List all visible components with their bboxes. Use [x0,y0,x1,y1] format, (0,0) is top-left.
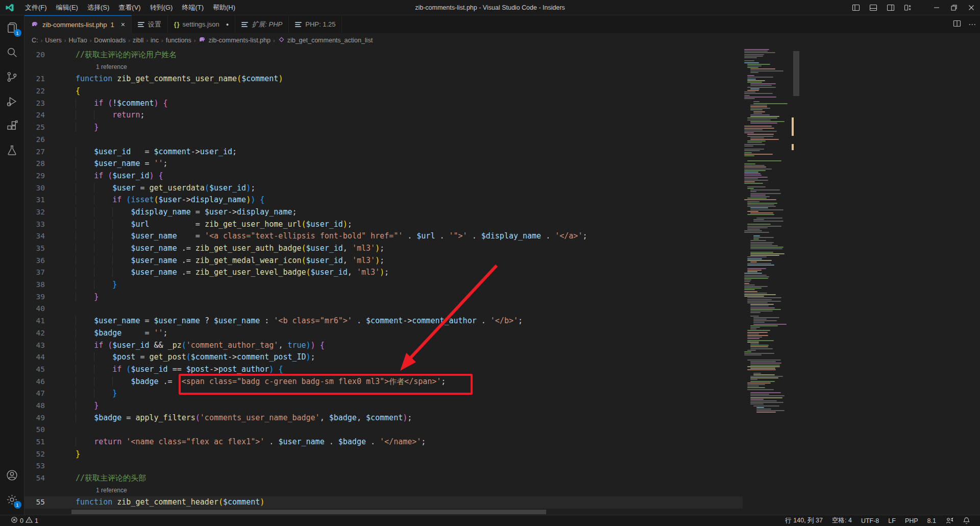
close-button[interactable] [963,0,980,15]
line-content[interactable]: function zib_get_comment_header($comment… [45,496,264,509]
horizontal-scrollbar[interactable] [71,510,546,514]
line-content[interactable]: $user = get_userdata($user_id); [45,182,255,195]
code-editor[interactable]: 20//获取主评论的评论用户姓名1 reference21function zi… [24,47,743,513]
breadcrumb-item-HuTao[interactable]: HuTao [69,37,87,44]
activity-testing-icon[interactable] [0,138,24,162]
minimap-line [747,188,754,189]
breadcrumb-item-zib-comments-list.php[interactable]: zib-comments-list.php [198,35,271,45]
restore-button[interactable] [945,0,963,15]
tab-modified-icon[interactable]: ● [226,22,229,27]
line-content[interactable]: $user_id = $comment->user_id; [45,146,237,158]
line-content[interactable]: $user_name .= zib_get_user_level_badge($… [45,267,389,279]
line-content[interactable]: } [45,291,99,303]
line-content[interactable]: //获取主评论的评论用户姓名 [45,49,177,61]
menu-item-3[interactable]: 查看(V) [114,1,145,14]
activity-search-icon[interactable] [0,40,24,64]
toggle-panel-icon[interactable] [865,0,882,15]
menu-item-2[interactable]: 选择(S) [83,1,114,14]
breadcrumb-item-Downloads[interactable]: Downloads [94,37,126,44]
status-item-5[interactable]: 8.1 [923,517,941,524]
breadcrumb-item-inc[interactable]: inc [151,37,159,44]
line-content[interactable]: } [45,388,117,400]
warning-icon [26,516,33,525]
line-content[interactable]: $badge = ''; [45,327,168,340]
menu-item-5[interactable]: 终端(T) [177,1,208,14]
line-content[interactable]: return '<name class="flex ac flex1">' . … [45,436,426,448]
line-content[interactable]: if ($user_id) { [45,170,163,182]
codelens-reference[interactable]: 1 reference [45,61,127,74]
tab-PHP: 1.25[interactable]: PHP: 1.25 [289,15,342,33]
more-actions-icon[interactable]: ⋯ [968,20,976,29]
minimap-line [753,405,779,407]
status-item-1[interactable]: 空格: 4 [827,516,856,525]
activity-extensions-icon[interactable] [0,113,24,138]
line-content[interactable]: $user_name .= zib_get_user_auth_badge($u… [45,243,384,255]
code-line-44: 44 $post = get_post($comment->comment_po… [24,351,743,364]
menu-item-6[interactable]: 帮助(H) [208,1,240,14]
line-content[interactable]: $user_name = $user_name ? $user_name : '… [45,315,523,327]
line-content[interactable]: $display_name = $user->display_name; [45,206,297,219]
tab-扩展: PHP[interactable]: 扩展: PHP [235,15,289,33]
line-content[interactable]: $post = get_post($comment->comment_post_… [45,351,315,364]
codelens-reference[interactable]: 1 reference [45,485,127,497]
codelens-row[interactable]: 1 reference [24,61,743,74]
split-editor-icon[interactable] [953,19,961,30]
tab-settings.json[interactable]: { }settings.json● [168,15,235,33]
line-content[interactable]: } [45,400,99,412]
activity-explorer-icon[interactable]: 1 [0,15,24,40]
line-content[interactable]: $user_name .= zib_get_medal_wear_icon($u… [45,255,384,267]
status-item-2[interactable]: UTF-8 [856,517,884,524]
line-content[interactable] [45,460,76,472]
breadcrumb-item-C:[interactable]: C: [32,37,38,44]
line-content[interactable]: $user_name = '<a class="text-ellipsis fo… [45,230,587,243]
feedback-icon[interactable] [941,517,958,525]
line-content[interactable]: } [45,122,99,134]
breadcrumb-item-functions[interactable]: functions [166,37,191,44]
menu-item-0[interactable]: 文件(F) [20,1,52,14]
toggle-secondary-sidebar-icon[interactable] [882,0,899,15]
menu-item-4[interactable]: 转到(G) [145,1,178,14]
breadcrumb-item-zibll[interactable]: zibll [133,37,144,44]
line-content[interactable] [45,303,76,315]
line-content[interactable]: $badge .= '<span class="badg c-green bad… [45,376,446,388]
minimap-line [750,328,756,329]
status-item-3[interactable]: LF [884,517,900,524]
line-content[interactable]: } [45,279,117,291]
line-content[interactable]: $user_name = ''; [45,158,168,170]
minimap[interactable] [743,47,790,515]
menu-item-1[interactable]: 编辑(E) [52,1,83,14]
minimap-line [750,392,781,393]
status-item-4[interactable]: PHP [900,517,923,524]
activity-settings-icon[interactable]: 1 [0,487,24,512]
line-content[interactable]: if (isset($user->display_name)) { [45,194,264,206]
settings-editor-icon [241,21,248,28]
status-item-0[interactable]: 行 140, 列 37 [780,516,827,525]
line-content[interactable]: $url = zib_get_user_home_url($user_id); [45,219,352,231]
breadcrumb-item-Users[interactable]: Users [45,37,62,44]
line-content[interactable]: { [45,85,80,98]
customize-layout-icon[interactable] [899,0,917,15]
breadcrumb-item-zib_get_comments_action_list[interactable]: zib_get_comments_action_list [278,36,373,45]
codelens-row[interactable]: 1 reference [24,485,743,497]
activity-run-debug-icon[interactable] [0,89,24,113]
vertical-scrollbar[interactable] [793,51,799,96]
activity-account-icon[interactable] [0,463,24,487]
line-content[interactable]: $badge = apply_filters('comments_user_na… [45,412,412,424]
notifications-bell-icon[interactable] [958,517,975,524]
tab-设置[interactable]: 设置 [132,15,168,33]
problems-indicator[interactable]: 0 1 [6,516,43,525]
line-content[interactable] [45,424,76,436]
line-content[interactable]: if ($user_id && _pz('comment_author_tag'… [45,340,325,352]
tab-close-icon[interactable]: × [121,20,125,29]
line-content[interactable]: //获取主评论的头部 [45,472,146,485]
line-content[interactable]: return; [45,109,144,122]
line-content[interactable]: } [45,448,80,461]
activity-source-control-icon[interactable] [0,64,24,89]
toggle-sidebar-icon[interactable] [847,0,865,15]
line-content[interactable]: if (!$comment) { [45,98,168,110]
minimize-button[interactable] [928,0,945,15]
line-content[interactable]: if ($user_id == $post->post_author) { [45,364,283,376]
line-content[interactable] [45,134,76,146]
tab-zib-comments-list.php[interactable]: zib-comments-list.php1× [24,15,132,33]
line-content[interactable]: function zib_get_comments_user_name($com… [45,73,283,85]
